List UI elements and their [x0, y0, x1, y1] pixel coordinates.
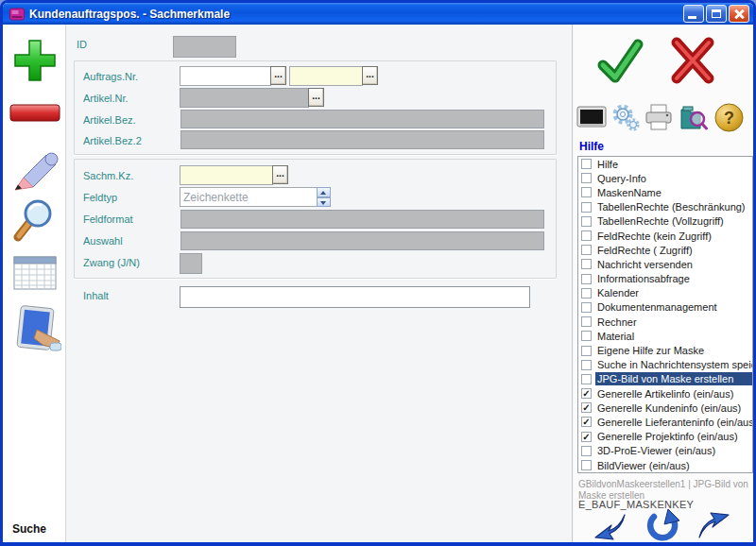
hilfe-list-item[interactable]: ✓ Generelle Artikelinfo (ein/aus) [578, 386, 752, 401]
hilfe-list-item[interactable]: JPG-Bild von Maske erstellen [578, 372, 752, 386]
list-item-label: BildViewer (ein/aus) [595, 459, 752, 472]
artikel-bez2-field[interactable] [180, 130, 544, 149]
hilfe-list-item[interactable]: Suche in Nachrichtensystem speich [578, 358, 752, 372]
minimize-button[interactable] [683, 5, 704, 23]
checkbox[interactable] [581, 173, 592, 183]
hilfe-list-item[interactable]: MaskenName [578, 185, 752, 199]
list-item-label: Material [595, 330, 752, 343]
checkbox[interactable] [581, 316, 592, 327]
checkbox[interactable] [581, 259, 592, 269]
auftrags-pos-lookup-button[interactable]: ... [362, 66, 378, 85]
edit-button[interactable] [3, 148, 66, 192]
settings-button[interactable] [610, 103, 641, 135]
sachm-label: Sachm.Kz. [83, 170, 133, 181]
hilfe-list-item[interactable]: Eigene Hilfe zur Maske [578, 343, 752, 357]
artikel-nr-field[interactable] [180, 88, 309, 108]
hilfe-list-item[interactable]: Query-Info [578, 171, 752, 185]
checkbox[interactable] [581, 346, 592, 356]
checkbox[interactable] [581, 288, 592, 299]
app-window: Kundenauftragspos. - Sachmerkmale [0, 0, 756, 546]
hilfe-list-item[interactable]: Informationsabfrage [578, 272, 752, 286]
spinner-up-icon[interactable] [317, 187, 331, 197]
hilfe-list-item[interactable]: TabellenRechte (Beschränkung) [578, 200, 752, 214]
sachm-input[interactable] [180, 165, 273, 185]
hilfe-list-item[interactable]: ✓ Generelle Lieferanteninfo (ein/aus) [578, 415, 752, 429]
id-field[interactable] [173, 36, 236, 58]
checkbox[interactable] [581, 274, 592, 284]
zwang-field[interactable] [180, 253, 202, 274]
list-item-label: FeldRechte ( Zugriff) [595, 244, 752, 257]
cancel-button[interactable] [667, 34, 718, 91]
checkbox[interactable] [581, 187, 592, 197]
maximize-button[interactable] [706, 5, 727, 23]
help-button[interactable]: ? [714, 103, 744, 136]
document-search-button[interactable] [678, 103, 708, 135]
window-title: Kundenauftragspos. - Sachmerkmale [29, 8, 681, 21]
hilfe-list-item[interactable]: Rechner [578, 315, 752, 329]
checkbox[interactable] [581, 446, 592, 456]
auftrags-input[interactable] [180, 66, 271, 86]
inhalt-input[interactable] [180, 286, 530, 308]
checkbox[interactable] [581, 245, 592, 255]
checkbox[interactable] [581, 460, 592, 470]
left-toolbar: Suche [3, 25, 66, 545]
printer-icon [644, 103, 674, 131]
maximize-icon [712, 9, 721, 18]
sachm-lookup-button[interactable]: ... [272, 165, 288, 184]
checkbox[interactable] [581, 360, 592, 370]
table-view-button[interactable] [3, 254, 66, 292]
checkbox[interactable] [581, 374, 592, 384]
auftrags-lookup-button[interactable]: ... [270, 66, 286, 85]
artikel-nr-lookup-button[interactable]: ... [308, 88, 324, 107]
list-item-label: Query-Info [595, 172, 752, 185]
arrow-southwest-button[interactable] [593, 513, 627, 545]
feldformat-field[interactable] [180, 210, 544, 229]
hilfe-list-item[interactable]: Kalender [578, 286, 752, 300]
checkbox[interactable] [581, 302, 592, 313]
checkbox[interactable]: ✓ [581, 432, 592, 442]
select-screen-button[interactable] [3, 305, 66, 356]
print-button[interactable] [644, 103, 674, 135]
checkbox[interactable] [581, 202, 592, 213]
arrow-northeast-icon [697, 511, 731, 539]
hilfe-list-item[interactable]: ✓ Generelle Projektinfo (ein/aus) [578, 430, 752, 444]
hilfe-list-item[interactable]: ✓ Generelle Kundeninfo (ein/aus) [578, 401, 752, 415]
close-button[interactable] [729, 5, 749, 23]
checkbox[interactable]: ✓ [581, 417, 592, 427]
plus-icon [12, 38, 58, 83]
hilfe-list-item[interactable]: Dokumentenmanagement [578, 300, 752, 315]
artikel-bez-field[interactable] [180, 110, 544, 128]
feldformat-label: Feldformat [83, 213, 133, 225]
ok-button[interactable] [594, 36, 645, 91]
auftrags-pos-input[interactable] [289, 66, 363, 86]
hilfe-list-item[interactable]: BildViewer (ein/aus) [578, 458, 752, 472]
checkbox[interactable] [581, 331, 592, 341]
list-item-label: Informationsabfrage [595, 272, 752, 285]
add-button[interactable] [3, 38, 66, 83]
title-bar[interactable]: Kundenauftragspos. - Sachmerkmale [3, 3, 753, 25]
checkbox[interactable] [581, 159, 592, 169]
hilfe-list-item[interactable]: Material [578, 329, 752, 343]
right-panel: ? Hilfe Hilfe Query-Info MaskenName Tabe… [574, 25, 756, 545]
refresh-button[interactable] [645, 508, 681, 546]
checkbox[interactable]: ✓ [581, 402, 592, 413]
hilfe-list-item[interactable]: FeldRechte (kein Zugriff) [578, 229, 752, 243]
hilfe-list-item[interactable]: 3D-ProE-Viewer (ein/aus) [578, 444, 752, 458]
search-button[interactable] [3, 197, 66, 243]
svg-text:?: ? [724, 109, 734, 128]
check-icon [594, 36, 645, 87]
hilfe-list-item[interactable]: Nachricht versenden [578, 257, 752, 271]
hilfe-list-item[interactable]: TabellenRechte (Vollzugriff) [578, 214, 752, 229]
hilfe-list-item[interactable]: Hilfe [578, 157, 752, 171]
auswahl-field[interactable] [180, 231, 544, 250]
checkbox[interactable]: ✓ [581, 388, 592, 399]
screen-button[interactable] [576, 105, 607, 135]
feldtyp-input[interactable] [180, 187, 318, 207]
hilfe-listbox[interactable]: Hilfe Query-Info MaskenName TabellenRech… [577, 156, 753, 473]
hilfe-list-item[interactable]: FeldRechte ( Zugriff) [578, 243, 752, 257]
arrow-northeast-button[interactable] [697, 511, 731, 543]
checkbox[interactable] [581, 216, 592, 227]
spinner-down-icon[interactable] [317, 197, 331, 208]
checkbox[interactable] [581, 230, 592, 241]
delete-button[interactable] [3, 103, 66, 124]
